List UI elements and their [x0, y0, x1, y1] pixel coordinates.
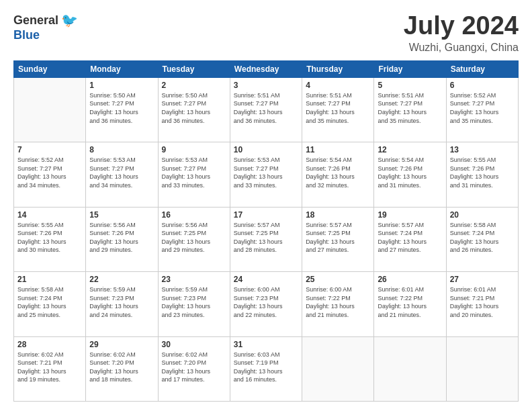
day-number: 13 — [450, 145, 515, 154]
day-number: 8 — [89, 145, 154, 154]
calendar-cell: 8Sunrise: 5:53 AMSunset: 7:27 PMDaylight… — [86, 142, 158, 207]
calendar-header-friday: Friday — [374, 60, 446, 77]
title-section: July 2024 Wuzhi, Guangxi, China — [404, 12, 519, 54]
calendar-cell — [374, 336, 446, 401]
week-row-1: 1Sunrise: 5:50 AMSunset: 7:27 PMDaylight… — [14, 77, 519, 142]
calendar-cell: 12Sunrise: 5:54 AMSunset: 7:26 PMDayligh… — [374, 142, 446, 207]
day-number: 30 — [162, 340, 226, 349]
month-title: July 2024 — [404, 12, 519, 40]
day-info: Sunrise: 5:51 AMSunset: 7:27 PMDaylight:… — [306, 91, 370, 125]
day-info: Sunrise: 5:56 AMSunset: 7:25 PMDaylight:… — [162, 221, 226, 255]
day-number: 22 — [89, 275, 154, 284]
calendar-cell: 2Sunrise: 5:50 AMSunset: 7:27 PMDaylight… — [158, 77, 230, 142]
calendar-cell: 24Sunrise: 6:00 AMSunset: 7:23 PMDayligh… — [230, 272, 302, 336]
day-info: Sunrise: 5:51 AMSunset: 7:27 PMDaylight:… — [378, 91, 442, 125]
day-info: Sunrise: 6:03 AMSunset: 7:19 PMDaylight:… — [234, 351, 298, 384]
day-info: Sunrise: 5:50 AMSunset: 7:27 PMDaylight:… — [162, 91, 226, 125]
day-info: Sunrise: 5:56 AMSunset: 7:26 PMDaylight:… — [89, 221, 154, 255]
day-number: 26 — [378, 275, 442, 284]
calendar-cell: 4Sunrise: 5:51 AMSunset: 7:27 PMDaylight… — [302, 77, 374, 142]
calendar-cell: 1Sunrise: 5:50 AMSunset: 7:27 PMDaylight… — [86, 77, 158, 142]
day-info: Sunrise: 5:57 AMSunset: 7:25 PMDaylight:… — [234, 221, 298, 255]
day-number: 14 — [17, 210, 82, 220]
day-number: 6 — [450, 81, 515, 90]
day-number: 23 — [162, 275, 226, 284]
day-info: Sunrise: 5:58 AMSunset: 7:24 PMDaylight:… — [17, 285, 82, 319]
day-info: Sunrise: 5:57 AMSunset: 7:25 PMDaylight:… — [306, 221, 370, 255]
calendar-header-sunday: Sunday — [14, 60, 86, 77]
day-info: Sunrise: 6:02 AMSunset: 7:20 PMDaylight:… — [162, 351, 226, 384]
day-number: 11 — [306, 145, 370, 154]
calendar-header-thursday: Thursday — [302, 60, 374, 77]
calendar-cell: 30Sunrise: 6:02 AMSunset: 7:20 PMDayligh… — [158, 336, 230, 401]
logo: General 🐦 Blue — [13, 12, 78, 42]
calendar-cell: 31Sunrise: 6:03 AMSunset: 7:19 PMDayligh… — [230, 336, 302, 401]
day-number: 18 — [306, 210, 370, 220]
day-number: 24 — [234, 275, 298, 284]
day-number: 7 — [17, 145, 82, 154]
day-info: Sunrise: 5:53 AMSunset: 7:27 PMDaylight:… — [234, 156, 298, 189]
day-number: 27 — [450, 275, 515, 284]
calendar-header-wednesday: Wednesday — [230, 60, 302, 77]
day-number: 20 — [450, 210, 515, 220]
day-number: 4 — [306, 81, 370, 90]
day-number: 25 — [306, 275, 370, 284]
logo-blue-text: Blue — [13, 28, 40, 42]
day-info: Sunrise: 5:54 AMSunset: 7:26 PMDaylight:… — [306, 156, 370, 189]
calendar-cell: 27Sunrise: 6:01 AMSunset: 7:21 PMDayligh… — [446, 272, 518, 336]
calendar-cell: 11Sunrise: 5:54 AMSunset: 7:26 PMDayligh… — [302, 142, 374, 207]
calendar-cell: 28Sunrise: 6:02 AMSunset: 7:21 PMDayligh… — [14, 336, 86, 401]
day-number: 28 — [17, 340, 82, 349]
day-info: Sunrise: 5:53 AMSunset: 7:27 PMDaylight:… — [89, 156, 154, 189]
calendar-cell: 29Sunrise: 6:02 AMSunset: 7:20 PMDayligh… — [86, 336, 158, 401]
calendar-cell: 23Sunrise: 5:59 AMSunset: 7:23 PMDayligh… — [158, 272, 230, 336]
calendar-cell: 14Sunrise: 5:55 AMSunset: 7:26 PMDayligh… — [14, 207, 86, 271]
day-number: 19 — [378, 210, 442, 220]
calendar-cell: 25Sunrise: 6:00 AMSunset: 7:22 PMDayligh… — [302, 272, 374, 336]
calendar-header-monday: Monday — [86, 60, 158, 77]
page: General 🐦 Blue July 2024 Wuzhi, Guangxi,… — [0, 0, 532, 411]
week-row-4: 21Sunrise: 5:58 AMSunset: 7:24 PMDayligh… — [14, 272, 519, 336]
calendar-cell: 6Sunrise: 5:52 AMSunset: 7:27 PMDaylight… — [446, 77, 518, 142]
day-number: 9 — [162, 145, 226, 154]
day-info: Sunrise: 5:52 AMSunset: 7:27 PMDaylight:… — [17, 156, 82, 189]
day-number: 3 — [234, 81, 298, 90]
calendar-cell: 21Sunrise: 5:58 AMSunset: 7:24 PMDayligh… — [14, 272, 86, 336]
day-number: 12 — [378, 145, 442, 154]
day-info: Sunrise: 5:53 AMSunset: 7:27 PMDaylight:… — [162, 156, 226, 189]
logo-general-text: General — [13, 13, 58, 28]
day-number: 1 — [89, 81, 154, 90]
calendar-header-tuesday: Tuesday — [158, 60, 230, 77]
day-number: 29 — [89, 340, 154, 349]
day-number: 2 — [162, 81, 226, 90]
calendar-cell — [14, 77, 86, 142]
calendar-cell: 20Sunrise: 5:58 AMSunset: 7:24 PMDayligh… — [446, 207, 518, 271]
calendar-cell: 7Sunrise: 5:52 AMSunset: 7:27 PMDaylight… — [14, 142, 86, 207]
day-info: Sunrise: 6:01 AMSunset: 7:21 PMDaylight:… — [450, 285, 515, 319]
day-info: Sunrise: 5:58 AMSunset: 7:24 PMDaylight:… — [450, 221, 515, 255]
day-number: 16 — [162, 210, 226, 220]
day-number: 31 — [234, 340, 298, 349]
day-info: Sunrise: 5:52 AMSunset: 7:27 PMDaylight:… — [450, 91, 515, 125]
calendar-cell: 9Sunrise: 5:53 AMSunset: 7:27 PMDaylight… — [158, 142, 230, 207]
calendar-cell: 15Sunrise: 5:56 AMSunset: 7:26 PMDayligh… — [86, 207, 158, 271]
day-number: 15 — [89, 210, 154, 220]
calendar-cell: 3Sunrise: 5:51 AMSunset: 7:27 PMDaylight… — [230, 77, 302, 142]
day-number: 5 — [378, 81, 442, 90]
day-info: Sunrise: 6:02 AMSunset: 7:21 PMDaylight:… — [17, 351, 82, 384]
calendar-cell: 5Sunrise: 5:51 AMSunset: 7:27 PMDaylight… — [374, 77, 446, 142]
day-info: Sunrise: 6:02 AMSunset: 7:20 PMDaylight:… — [89, 351, 154, 384]
calendar-cell: 13Sunrise: 5:55 AMSunset: 7:26 PMDayligh… — [446, 142, 518, 207]
day-info: Sunrise: 5:54 AMSunset: 7:26 PMDaylight:… — [378, 156, 442, 189]
day-info: Sunrise: 6:00 AMSunset: 7:22 PMDaylight:… — [306, 285, 370, 319]
day-info: Sunrise: 5:50 AMSunset: 7:27 PMDaylight:… — [89, 91, 154, 125]
calendar-table: SundayMondayTuesdayWednesdayThursdayFrid… — [13, 60, 519, 402]
day-info: Sunrise: 6:00 AMSunset: 7:23 PMDaylight:… — [234, 285, 298, 319]
location: Wuzhi, Guangxi, China — [404, 42, 519, 54]
day-info: Sunrise: 5:55 AMSunset: 7:26 PMDaylight:… — [450, 156, 515, 189]
day-info: Sunrise: 5:55 AMSunset: 7:26 PMDaylight:… — [17, 221, 82, 255]
day-number: 17 — [234, 210, 298, 220]
day-info: Sunrise: 5:59 AMSunset: 7:23 PMDaylight:… — [162, 285, 226, 319]
logo-bird-icon: 🐦 — [61, 12, 78, 28]
calendar-cell: 26Sunrise: 6:01 AMSunset: 7:22 PMDayligh… — [374, 272, 446, 336]
